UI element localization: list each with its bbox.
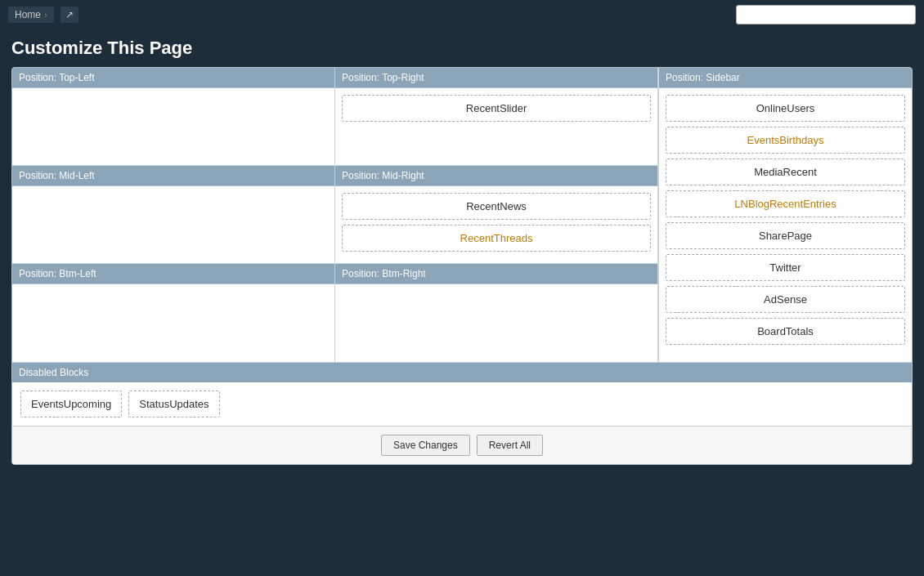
- widget-recentthreads[interactable]: RecentThreads: [342, 225, 651, 252]
- breadcrumb[interactable]: Home ›: [8, 7, 54, 23]
- search-input[interactable]: [736, 5, 916, 25]
- cell-mid-right: RecentNews RecentThreads: [335, 186, 658, 264]
- page-title: Customize This Page: [11, 38, 913, 59]
- main-content: Customize This Page Position: Top-Left P…: [0, 29, 924, 476]
- footer-bar: Save Changes Revert All: [12, 426, 912, 464]
- save-changes-button[interactable]: Save Changes: [381, 435, 470, 456]
- widget-statusupdates[interactable]: StatusUpdates: [128, 391, 219, 417]
- widget-onlineusers[interactable]: OnlineUsers: [666, 95, 905, 122]
- header-mid-right: Position: Mid-Right: [335, 166, 658, 186]
- disabled-section: Disabled Blocks EventsUpcoming StatusUpd…: [12, 362, 912, 426]
- disabled-body: EventsUpcoming StatusUpdates: [12, 382, 912, 426]
- sidebar-widgets: OnlineUsers EventsBirthdays MediaRecent …: [659, 88, 912, 351]
- chevron-right-icon: ›: [44, 10, 47, 20]
- widget-recentnews[interactable]: RecentNews: [342, 193, 651, 220]
- widget-eventsbirthdays[interactable]: EventsBirthdays: [666, 127, 905, 154]
- header-btm-left: Position: Btm-Left: [12, 264, 335, 284]
- breadcrumb-home: Home: [15, 9, 41, 20]
- customize-panel: Position: Top-Left Position: Top-Right R…: [11, 67, 913, 465]
- cell-btm-right: [335, 284, 658, 362]
- widget-twitter[interactable]: Twitter: [666, 254, 905, 281]
- header-top-left: Position: Top-Left: [12, 68, 335, 88]
- cell-top-left: [12, 88, 335, 166]
- widget-recentslider[interactable]: RecentSlider: [342, 95, 651, 122]
- header-sidebar: Position: Sidebar: [659, 68, 912, 88]
- external-link-button[interactable]: ↗: [61, 7, 78, 23]
- revert-all-button[interactable]: Revert All: [477, 435, 543, 456]
- header-btm-right: Position: Btm-Right: [335, 264, 658, 284]
- disabled-header: Disabled Blocks: [12, 363, 912, 382]
- widget-lnblogrecententries[interactable]: LNBlogRecentEntries: [666, 190, 905, 217]
- content-grid: Position: Top-Left Position: Top-Right R…: [12, 68, 912, 362]
- widget-mediarecent[interactable]: MediaRecent: [666, 159, 905, 185]
- cell-mid-left: [12, 186, 335, 264]
- cell-btm-left: [12, 284, 335, 362]
- widget-eventsupcoming[interactable]: EventsUpcoming: [20, 391, 122, 417]
- header-mid-left: Position: Mid-Left: [12, 166, 335, 186]
- header-top-right: Position: Top-Right: [335, 68, 658, 88]
- widget-adsense[interactable]: AdSense: [666, 286, 905, 313]
- sidebar-column: Position: Sidebar OnlineUsers EventsBirt…: [658, 68, 912, 362]
- top-bar: Home › ↗: [0, 0, 924, 29]
- widget-boardtotals[interactable]: BoardTotals: [666, 318, 905, 345]
- widget-sharepage[interactable]: SharePage: [666, 222, 905, 249]
- cell-top-right: RecentSlider: [335, 88, 658, 166]
